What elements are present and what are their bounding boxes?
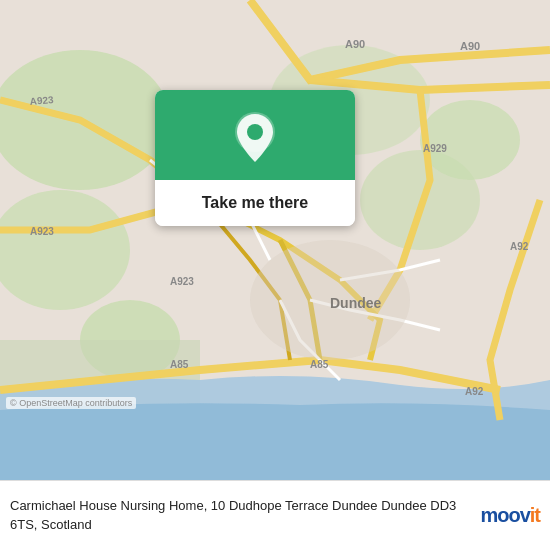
svg-text:A923: A923 xyxy=(30,226,54,237)
location-text: Carmichael House Nursing Home, 10 Dudhop… xyxy=(10,497,470,533)
button-card: Take me there xyxy=(155,90,355,226)
svg-point-21 xyxy=(247,124,263,140)
svg-text:A923: A923 xyxy=(29,94,54,107)
take-me-there-button[interactable]: Take me there xyxy=(190,190,320,216)
moovit-logo-text: moovit xyxy=(480,504,540,527)
svg-text:A85: A85 xyxy=(170,359,189,370)
svg-text:A92: A92 xyxy=(465,386,484,397)
osm-attribution: © OpenStreetMap contributors xyxy=(6,397,136,409)
svg-text:A90: A90 xyxy=(460,40,480,52)
svg-point-5 xyxy=(420,100,520,180)
svg-text:A92: A92 xyxy=(510,241,529,252)
moovit-text-orange: it xyxy=(530,504,540,526)
map-container: A923 A923 A923 A90 A90 A929 A92 A85 A85 … xyxy=(0,0,550,480)
button-card-top xyxy=(155,90,355,180)
button-card-bottom[interactable]: Take me there xyxy=(155,180,355,226)
svg-text:A923: A923 xyxy=(170,276,194,287)
moovit-logo: moovit xyxy=(480,504,540,527)
svg-text:A929: A929 xyxy=(423,143,447,154)
svg-text:A90: A90 xyxy=(345,38,365,50)
app: A923 A923 A923 A90 A90 A929 A92 A85 A85 … xyxy=(0,0,550,550)
svg-text:A85: A85 xyxy=(310,359,329,370)
info-bar: Carmichael House Nursing Home, 10 Dudhop… xyxy=(0,480,550,550)
moovit-text-blue: moov xyxy=(480,504,529,526)
location-pin-icon xyxy=(233,112,277,166)
svg-point-19 xyxy=(250,240,410,360)
